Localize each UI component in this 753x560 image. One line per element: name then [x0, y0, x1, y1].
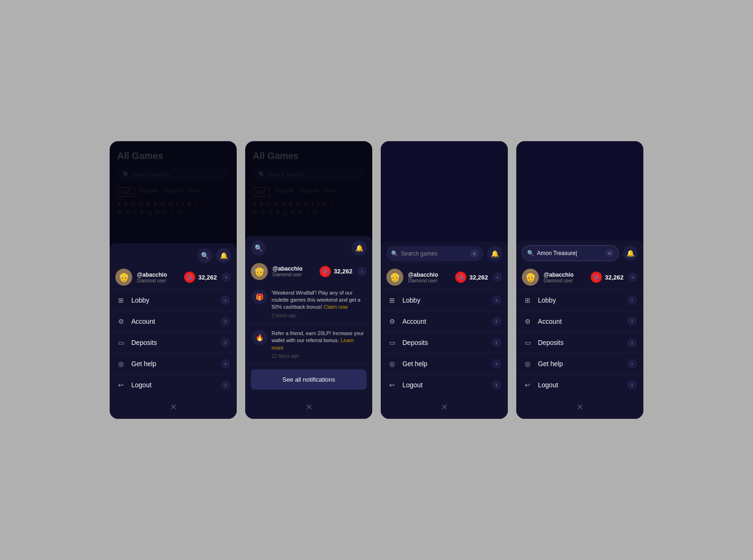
account-arrow-3: ›: [492, 317, 501, 326]
points-icon-4: 🐾: [591, 272, 602, 283]
close-btn-2[interactable]: ✕: [245, 395, 372, 419]
points-value-2: 32,262: [334, 268, 352, 275]
search-btn-1[interactable]: 🔍: [197, 248, 212, 263]
logout-icon-4: ↩: [523, 380, 532, 390]
lobby-arrow-4: ›: [627, 296, 637, 305]
search-btn-2[interactable]: 🔍: [251, 240, 266, 256]
drawer-topbar-1: 🔍 🔔: [110, 243, 237, 265]
lobby-icon-1: ⊞: [116, 296, 126, 305]
deposits-label-3: Deposits: [402, 339, 492, 346]
account-label-1: Account: [131, 318, 221, 325]
notif-icon-1: 🎁: [252, 289, 267, 304]
nav-lobby-1[interactable]: ⊞ Lobby ›: [110, 289, 237, 311]
bell-icon-3: 🔔: [491, 250, 499, 257]
nav-gethelp-3[interactable]: ◎ Get help ›: [381, 353, 508, 374]
points-value-3: 32,262: [469, 274, 488, 281]
gethelp-label-1: Get help: [131, 360, 221, 368]
bell-btn-4[interactable]: 🔔: [623, 246, 638, 261]
close-btn-1[interactable]: ✕: [110, 395, 237, 419]
drawer-area-3: 🔍 Search games ✕ 🔔 👴 @abacchio Diamond u…: [381, 141, 508, 419]
points-value-4: 32,262: [605, 274, 624, 281]
points-icon-1: 🐾: [184, 272, 195, 283]
deposits-icon-1: ▭: [116, 338, 126, 347]
user-arrow-2[interactable]: ›: [357, 267, 367, 276]
points-area-1: 🐾 32,262: [184, 272, 217, 283]
avatar-2: 👴: [251, 263, 268, 280]
user-info-2: @abacchio Diamond user: [272, 265, 315, 277]
search-clear-icon-3[interactable]: ✕: [470, 249, 479, 258]
see-all-btn-2[interactable]: See all notifications: [251, 369, 367, 390]
nav-account-1[interactable]: ⚙ Account ›: [110, 311, 237, 332]
logout-label-1: Logout: [131, 381, 221, 389]
user-arrow-3[interactable]: ›: [493, 272, 502, 282]
user-row-2: 👴 @abacchio Diamond user 🐾 32,262 ›: [245, 259, 372, 284]
nav-logout-3[interactable]: ↩ Logout ›: [381, 374, 508, 395]
deposits-label-1: Deposits: [131, 339, 221, 346]
avatar-3: 👴: [386, 269, 403, 286]
avatar-1: 👴: [115, 269, 132, 286]
lobby-arrow-1: ›: [221, 296, 230, 305]
nav-account-4[interactable]: ⚙ Account ›: [516, 311, 643, 332]
phone-screen-4: 🔍 Amon Treasure| ✕ 🔔 👴 @abacchio Diamond…: [516, 141, 643, 419]
bell-btn-1[interactable]: 🔔: [216, 248, 231, 263]
search-icon-4: 🔍: [527, 250, 534, 256]
user-arrow-1[interactable]: ›: [222, 272, 231, 282]
username-2: @abacchio: [272, 265, 315, 272]
user-row-3: 👴 @abacchio Diamond user 🐾 32,262 ›: [381, 265, 508, 289]
search-box-4[interactable]: 🔍 Amon Treasure| ✕: [522, 245, 619, 261]
user-info-4: @abacchio Diamond user: [544, 272, 586, 283]
searchbar-3: 🔍 Search games ✕ 🔔: [381, 241, 508, 265]
search-icon-2: 🔍: [255, 244, 263, 252]
notif-content-1: 'Weekend Windfall'! Play any of our roul…: [272, 289, 366, 318]
gethelp-arrow-1: ›: [221, 359, 230, 368]
logout-icon-3: ↩: [387, 380, 397, 390]
points-icon-3: 🐾: [455, 272, 466, 283]
bell-icon-1: 🔔: [220, 252, 228, 259]
notif-link-2[interactable]: Learn more: [272, 337, 354, 350]
nav-logout-1[interactable]: ↩ Logout ›: [110, 374, 237, 395]
lobby-label-4: Lobby: [538, 296, 627, 304]
user-arrow-4[interactable]: ›: [628, 272, 638, 282]
notif-item-2: 🔥 Refer a friend, earn 20LP! Increase yo…: [245, 324, 372, 365]
notif-link-1[interactable]: Claim now: [324, 304, 348, 310]
username-3: @abacchio: [408, 272, 450, 278]
bell-btn-3[interactable]: 🔔: [487, 246, 502, 261]
user-badge-3: Diamond user: [408, 278, 450, 283]
notif-time-2: 12 hours ago: [272, 353, 366, 359]
logout-arrow-3: ›: [492, 380, 501, 390]
bell-icon-4: 🔔: [626, 249, 634, 257]
search-icon-1: 🔍: [201, 252, 209, 259]
logout-icon-1: ↩: [116, 380, 126, 390]
lobby-label-1: Lobby: [131, 296, 221, 304]
nav-lobby-3[interactable]: ⊞ Lobby ›: [381, 289, 508, 311]
user-badge-1: Diamond user: [137, 278, 179, 283]
nav-account-3[interactable]: ⚙ Account ›: [381, 311, 508, 332]
close-btn-4[interactable]: ✕: [516, 395, 643, 419]
points-icon-2: 🐾: [320, 266, 331, 277]
nav-deposits-3[interactable]: ▭ Deposits ›: [381, 332, 508, 353]
bell-icon-2: 🔔: [355, 244, 363, 252]
gethelp-icon-4: ◎: [523, 359, 532, 368]
logout-label-3: Logout: [402, 381, 492, 389]
gethelp-arrow-4: ›: [627, 359, 637, 368]
nav-deposits-1[interactable]: ▭ Deposits ›: [110, 332, 237, 353]
close-btn-3[interactable]: ✕: [381, 395, 508, 419]
deposits-label-4: Deposits: [538, 339, 627, 346]
search-box-3[interactable]: 🔍 Search games ✕: [386, 246, 483, 261]
search-clear-icon-4[interactable]: ✕: [605, 249, 614, 257]
bell-btn-2[interactable]: 🔔: [352, 240, 367, 256]
nav-gethelp-1[interactable]: ◎ Get help ›: [110, 353, 237, 374]
drawer-3: 🔍 Search games ✕ 🔔 👴 @abacchio Diamond u…: [381, 241, 508, 395]
notif-panel-2: 🔍 🔔 👴 @abacchio Diamond user 🐾: [245, 236, 372, 395]
nav-logout-4[interactable]: ↩ Logout ›: [516, 374, 643, 395]
deposits-icon-4: ▭: [523, 338, 532, 347]
username-1: @abacchio: [137, 272, 179, 278]
user-info-3: @abacchio Diamond user: [408, 272, 450, 283]
notif-icon-2: 🔥: [252, 330, 267, 345]
nav-deposits-4[interactable]: ▭ Deposits ›: [516, 332, 643, 353]
overlay-panel-2: 🔍 🔔 👴 @abacchio Diamond user 🐾: [245, 141, 372, 419]
logout-label-4: Logout: [538, 381, 627, 389]
nav-lobby-4[interactable]: ⊞ Lobby ›: [516, 289, 643, 311]
deposits-icon-3: ▭: [387, 338, 397, 347]
nav-gethelp-4[interactable]: ◎ Get help ›: [516, 353, 643, 374]
